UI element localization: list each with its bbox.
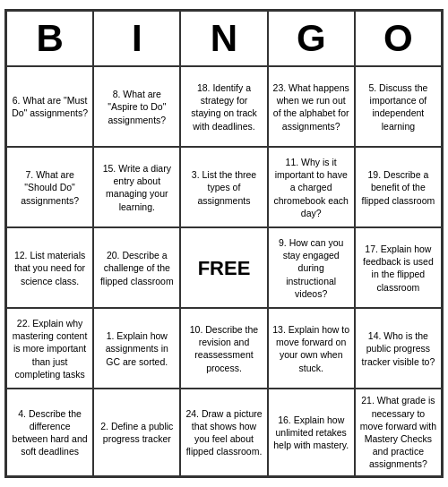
header-letter-i: I: [93, 11, 180, 66]
bingo-grid: 6. What are "Must Do" assignments?8. Wha…: [6, 66, 442, 475]
bingo-cell-22: 24. Draw a picture that shows how you fe…: [180, 389, 267, 475]
bingo-cell-13: 9. How can you stay engaged during instr…: [268, 227, 355, 308]
bingo-cell-14: 17. Explain how feedback is used in the …: [355, 227, 442, 308]
bingo-header: BINGO: [6, 11, 442, 66]
bingo-cell-18: 13. Explain how to move forward on your …: [268, 308, 355, 389]
bingo-cell-24: 21. What grade is necessary to move forw…: [355, 389, 442, 475]
bingo-cell-17: 10. Describe the revision and reassessme…: [180, 308, 267, 389]
header-letter-g: G: [268, 11, 355, 66]
bingo-cell-8: 11. Why is it important to have a charge…: [268, 147, 355, 227]
bingo-cell-19: 14. Who is the public progress tracker v…: [355, 308, 442, 389]
bingo-cell-15: 22. Explain why mastering content is mor…: [6, 308, 93, 389]
bingo-cell-5: 7. What are "Should Do" assignments?: [6, 147, 93, 227]
bingo-cell-0: 6. What are "Must Do" assignments?: [6, 66, 93, 147]
bingo-cell-3: 23. What happens when we run out of the …: [268, 66, 355, 147]
bingo-cell-7: 3. List the three types of assignments: [180, 147, 267, 227]
bingo-card: BINGO 6. What are "Must Do" assignments?…: [4, 9, 444, 477]
header-letter-n: N: [180, 11, 267, 66]
bingo-cell-9: 19. Describe a benefit of the flipped cl…: [355, 147, 442, 227]
bingo-cell-10: 12. List materials that you need for sci…: [6, 227, 93, 308]
bingo-cell-20: 4. Describe the difference between hard …: [6, 389, 93, 475]
bingo-cell-1: 8. What are "Aspire to Do" assignments?: [93, 66, 180, 147]
bingo-cell-21: 2. Define a public progress tracker: [93, 389, 180, 475]
bingo-cell-23: 16. Explain how unlimited retakes help w…: [268, 389, 355, 475]
bingo-cell-6: 15. Write a diary entry about managing y…: [93, 147, 180, 227]
bingo-cell-11: 20. Describe a challenge of the flipped …: [93, 227, 180, 308]
bingo-cell-16: 1. Explain how assignments in GC are sor…: [93, 308, 180, 389]
bingo-cell-2: 18. Identify a strategy for staying on t…: [180, 66, 267, 147]
header-letter-b: B: [6, 11, 93, 66]
header-letter-o: O: [355, 11, 442, 66]
bingo-cell-4: 5. Discuss the importance of independent…: [355, 66, 442, 147]
bingo-cell-12: FREE: [180, 227, 267, 308]
